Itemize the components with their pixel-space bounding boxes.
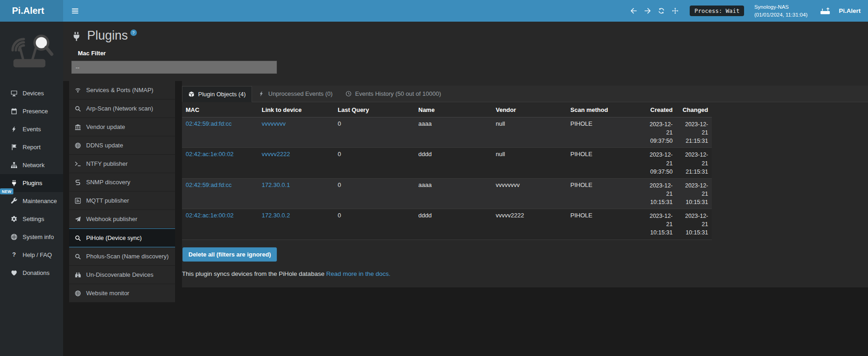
plugin-menu-item-label: Pholus-Scan (Name discovery) <box>86 253 169 260</box>
nas-name: Synology-NAS <box>754 3 808 11</box>
plugin-menu-item[interactable]: Services & Ports (NMAP) <box>69 81 175 99</box>
plugin-menu-item[interactable]: Webhook publisher <box>69 210 175 228</box>
sidebar-item-label: Presence <box>23 108 48 115</box>
created-cell: 2023-12-21 09:37:50 <box>641 148 676 178</box>
tab-label: Events History (50 out of 10000) <box>355 90 441 97</box>
sidebar-item[interactable]: ? Help / FAQ <box>0 246 63 264</box>
vendor-cell: null <box>492 117 567 148</box>
app-logo[interactable]: Pi.Alert <box>0 0 63 22</box>
router-icon <box>820 6 831 15</box>
device-link[interactable]: 172.30.0.1 <box>262 181 290 188</box>
plugin-menu-item[interactable]: Vendor update <box>69 118 175 136</box>
plugin-menu-item[interactable]: PiHole (Device sync) <box>69 228 175 247</box>
nas-info: Synology-NAS (01/01/2024, 11:31:04) <box>754 3 808 18</box>
plugin-menu-item-label: DDNS update <box>86 142 123 149</box>
device-link[interactable]: vvvvvvvv <box>262 120 286 127</box>
main-content: Plugins ? Mac Filter Services & Ports (N… <box>63 22 868 356</box>
tab[interactable]: Events History (50 out of 10000) <box>339 86 447 102</box>
device-link[interactable]: vvvvv2222 <box>262 151 290 158</box>
column-header-scan-method: Scan method <box>567 102 641 117</box>
changed-cell: 2023-12-21 10:15:31 <box>676 209 712 239</box>
scan-method-cell: PIHOLE <box>567 117 641 148</box>
bolt-icon <box>11 126 18 133</box>
tab[interactable]: Plugin Objects (4) <box>182 86 252 102</box>
delete-all-button[interactable]: Delete all (filters are ignored) <box>182 247 277 262</box>
sidebar-item[interactable]: Presence <box>0 102 63 120</box>
plugin-menu-item[interactable]: MQTT publisher <box>69 192 175 210</box>
plugin-description-text: This plugin syncs devices from the PiHol… <box>182 270 324 277</box>
column-header-link: Link to device <box>258 102 334 117</box>
sidebar-item[interactable]: System info <box>0 228 63 246</box>
sidebar-item[interactable]: Events <box>0 120 63 138</box>
plugin-menu-item[interactable]: Arp-Scan (Network scan) <box>69 99 175 118</box>
plugin-menu-item-label: PiHole (Device sync) <box>86 234 142 241</box>
column-header-created: Created <box>641 102 676 117</box>
docs-link[interactable]: Read more in the docs. <box>326 270 391 277</box>
sidebar-item[interactable]: Settings <box>0 210 63 228</box>
vendor-cell: vvvvvvvv <box>492 178 567 209</box>
search-icon <box>75 235 81 241</box>
plugin-menu-item[interactable]: NTFY publisher <box>69 155 175 173</box>
plugin-menu-item-label: SNMP discovery <box>86 179 130 186</box>
plugin-menu-item[interactable]: Website monitor <box>69 284 175 303</box>
new-badge: NEW <box>0 188 13 194</box>
sidebar-item-label: Help / FAQ <box>23 251 52 258</box>
plugin-menu-item[interactable]: Pholus-Scan (Name discovery) <box>69 247 175 266</box>
sidebar-item[interactable]: Donations <box>0 264 63 282</box>
move-icon[interactable] <box>672 7 679 14</box>
plugin-menu-item-label: Vendor update <box>86 123 125 130</box>
last-query-cell: 0 <box>334 209 415 239</box>
sidebar-item-label: Donations <box>23 269 50 276</box>
scan-method-cell: PIHOLE <box>567 178 641 209</box>
terminal-icon <box>75 161 81 167</box>
content-columns: Services & Ports (NMAP) Arp-Scan (Networ… <box>63 81 868 303</box>
refresh-icon[interactable] <box>658 7 665 14</box>
sidebar-item[interactable]: Report <box>0 138 63 156</box>
created-cell: 2023-12-21 09:37:50 <box>641 117 676 148</box>
plug-icon <box>11 180 18 187</box>
table-row: 02:42:ac:1e:00:02 vvvvv2222 0 dddd null … <box>182 148 712 178</box>
bolt-icon <box>258 91 264 97</box>
top-header: Pi.Alert Process: Wait Synology-NAS (01/… <box>0 0 868 22</box>
name-cell: dddd <box>415 209 492 239</box>
help-badge[interactable]: ? <box>130 29 137 36</box>
mac-link[interactable]: 02:42:59:ad:fd:cc <box>186 181 232 188</box>
search-icon <box>75 105 81 112</box>
plugin-menu-item[interactable]: DDNS update <box>69 136 175 155</box>
mac-link[interactable]: 02:42:ac:1e:00:02 <box>186 151 234 158</box>
mac-filter-input[interactable] <box>71 61 277 74</box>
tab-bar: Plugin Objects (4) Unprocessed Events (0… <box>182 86 868 102</box>
pialert-logo <box>0 22 63 78</box>
changed-cell: 2023-12-21 21:15:31 <box>676 148 712 178</box>
changed-cell: 2023-12-21 10:15:31 <box>676 178 712 209</box>
arrow-left-icon[interactable] <box>630 7 637 14</box>
name-cell: dddd <box>415 148 492 178</box>
sidebar-item[interactable]: Maintenance NEW <box>0 192 63 210</box>
plugin-menu-item-label: Website monitor <box>86 290 129 297</box>
cube-icon <box>188 91 194 97</box>
network-icon <box>11 162 18 169</box>
tab[interactable]: Unprocessed Events (0) <box>252 86 339 102</box>
scan-method-cell: PIHOLE <box>567 209 641 239</box>
name-cell: aaaa <box>415 178 492 209</box>
created-cell: 2023-12-21 10:15:31 <box>641 178 676 209</box>
sidebar-item-label: Devices <box>23 90 44 97</box>
mac-link[interactable]: 02:42:ac:1e:00:02 <box>186 212 234 219</box>
question-icon: ? <box>11 251 18 258</box>
search-icon <box>75 253 81 260</box>
plugin-menu-item-label: NTFY publisher <box>86 160 128 167</box>
plugin-description: This plugin syncs devices from the PiHol… <box>182 270 868 277</box>
mac-link[interactable]: 02:42:59:ad:fd:cc <box>186 120 232 127</box>
rss-square-icon <box>75 198 81 204</box>
plugin-menu-item[interactable]: Un-Discoverable Devices <box>69 266 175 284</box>
plugin-menu-item[interactable]: SNMP discovery <box>69 173 175 192</box>
menu-icon[interactable] <box>71 7 79 15</box>
vendor-cell: vvvvv2222 <box>492 209 567 239</box>
sidebar-item[interactable]: Network <box>0 156 63 174</box>
plugin-menu-item-label: Webhook publisher <box>86 216 137 222</box>
plugin-menu: Services & Ports (NMAP) Arp-Scan (Networ… <box>69 81 175 303</box>
arrow-right-icon[interactable] <box>644 7 651 14</box>
sidebar-item[interactable]: Devices <box>0 84 63 102</box>
globe-icon <box>75 142 81 149</box>
device-link[interactable]: 172.30.0.2 <box>262 212 290 219</box>
